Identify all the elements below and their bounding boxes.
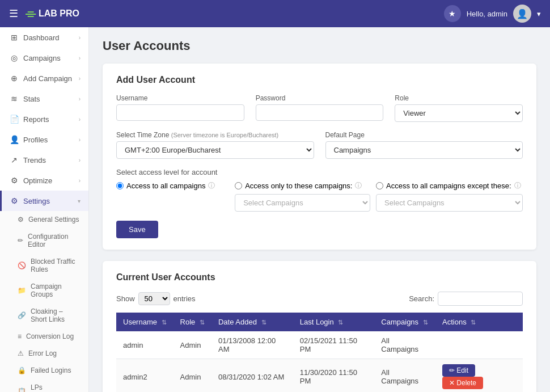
username-input[interactable] — [116, 104, 244, 121]
search-group: Search: — [409, 292, 523, 306]
access-radio-all[interactable] — [116, 182, 124, 189]
sidebar-sub-conversion-log[interactable]: ≡ Conversion Log — [0, 328, 88, 345]
sidebar-sub-failed-logins[interactable]: 🔒 Failed Logins — [0, 362, 88, 379]
col-role[interactable]: Role ⇅ — [174, 313, 211, 331]
access-radio-except[interactable] — [376, 182, 383, 189]
sidebar-sub-label-error-log: Error Log — [28, 349, 57, 357]
cell-username: admin — [116, 331, 174, 359]
search-label: Search: — [409, 294, 434, 303]
sidebar-label-profiles: Profiles — [23, 136, 48, 144]
page-title: User Accounts — [103, 39, 536, 53]
sidebar-item-trends[interactable]: ↗ Trends › — [0, 150, 88, 170]
sidebar-sub-general-settings[interactable]: ⚙ General Settings — [0, 211, 88, 228]
search-input[interactable] — [438, 292, 523, 306]
access-section: Select access level for account Access t… — [116, 168, 523, 212]
error-log-icon: ⚠ — [18, 349, 24, 357]
timezone-group: Select Time Zone (Server timezone is Eur… — [116, 131, 314, 159]
sidebar-sub-error-log[interactable]: ⚠ Error Log — [0, 345, 88, 362]
sidebar-item-optimize[interactable]: ⚙ Optimize › — [0, 170, 88, 191]
cell-campaigns: All Campaigns — [374, 359, 435, 393]
add-user-card-title: Add User Account — [116, 75, 523, 85]
sidebar-label-stats: Stats — [23, 95, 40, 103]
general-settings-icon: ⚙ — [18, 216, 24, 224]
sidebar-item-add-campaign[interactable]: ⊕ Add Campaign › — [0, 68, 88, 88]
timezone-sublabel: (Server timezone is Europe/Bucharest) — [171, 132, 279, 138]
info-icon-all[interactable]: ⓘ — [208, 181, 215, 191]
avatar[interactable]: 👤 — [513, 5, 531, 23]
role-select[interactable]: Viewer Editor Admin — [395, 104, 523, 122]
col-last-login[interactable]: Last Login ⇅ — [293, 313, 375, 331]
hamburger-icon[interactable]: ☰ — [9, 7, 18, 20]
show-entries: Show 50 25 100 entries — [116, 292, 196, 305]
save-button[interactable]: Save — [116, 221, 158, 238]
sidebar-sub-lps-management[interactable]: 📋 LPs Management — [0, 379, 88, 392]
access-except-campaigns-select[interactable]: Select Campaigns — [376, 194, 523, 212]
chevron-icon: › — [79, 35, 81, 41]
access-option-except: Access to all campaigns except these: ⓘ … — [376, 181, 523, 212]
sidebar-item-reports[interactable]: 📄 Reports › — [0, 109, 88, 129]
lps-management-icon: 📋 — [18, 387, 26, 392]
avatar-chevron-icon[interactable]: ▾ — [537, 10, 541, 18]
sidebar-item-profiles[interactable]: 👤 Profiles › — [0, 129, 88, 150]
logo-icon: ⌯ — [25, 7, 36, 20]
trends-icon: ↗ — [10, 155, 19, 165]
access-option-only-top: Access only to these campaigns: ⓘ — [235, 181, 370, 191]
sort-icon-role: ⇅ — [200, 319, 205, 326]
access-option-all: Access to all campaigns ⓘ — [116, 181, 229, 191]
info-icon-except[interactable]: ⓘ — [514, 181, 521, 191]
cell-actions — [435, 331, 523, 359]
sidebar-sub-blocked-traffic[interactable]: 🚫 Blocked Traffic Rules — [0, 253, 88, 278]
sidebar-sub-campaign-groups[interactable]: 📁 Campaign Groups — [0, 278, 88, 303]
notifications-button[interactable]: ★ — [444, 5, 461, 22]
edit-button[interactable]: ✏ Edit — [442, 364, 475, 377]
delete-button[interactable]: ✕ Delete — [442, 377, 483, 389]
stats-icon: ≋ — [10, 94, 19, 103]
info-icon-only[interactable]: ⓘ — [355, 181, 362, 191]
sidebar-item-campaigns[interactable]: ◎ Campaigns › — [0, 48, 88, 68]
sidebar-label-optimize: Optimize — [23, 176, 52, 185]
cell-actions: ✏ Edit ✕ Delete — [435, 359, 523, 393]
table-row: admin Admin 01/13/2008 12:00 AM 02/15/20… — [116, 331, 523, 359]
reports-icon: 📄 — [10, 115, 19, 124]
main-content: User Accounts Add User Account Username … — [89, 27, 550, 392]
sidebar-sub-menu: ⚙ General Settings ✏ Configuration Edito… — [0, 211, 88, 392]
sidebar-sub-label-conversion-log: Conversion Log — [26, 332, 74, 340]
sidebar-item-dashboard[interactable]: ⊞ Dashboard › — [0, 27, 88, 48]
sidebar-sub-cloaking[interactable]: 🔗 Cloaking – Short Links — [0, 303, 88, 328]
chevron-icon: › — [79, 178, 81, 184]
col-campaigns[interactable]: Campaigns ⇅ — [374, 313, 435, 331]
chevron-icon: › — [79, 96, 81, 102]
timezone-row: Select Time Zone (Server timezone is Eur… — [116, 131, 523, 159]
cell-campaigns: All Campaigns — [374, 331, 435, 359]
timezone-select[interactable]: GMT+2:00 Europe/Bucharest — [116, 141, 314, 159]
chevron-icon: › — [79, 137, 81, 143]
entries-select[interactable]: 50 25 100 — [138, 292, 170, 305]
users-table: Username ⇅ Role ⇅ Date Added ⇅ Last Lo — [116, 313, 523, 392]
password-input[interactable] — [256, 104, 384, 121]
access-label-only: Access only to these campaigns: — [245, 182, 352, 190]
cell-date-added: 08/31/2020 1:02 AM — [211, 359, 293, 393]
sidebar-item-stats[interactable]: ≋ Stats › — [0, 88, 88, 109]
chevron-icon: › — [79, 157, 81, 163]
add-campaign-icon: ⊕ — [10, 74, 19, 83]
access-option-only: Access only to these campaigns: ⓘ Select… — [235, 181, 370, 212]
show-label: Show — [116, 294, 135, 303]
sidebar-label-reports: Reports — [23, 115, 49, 124]
default-page-group: Default Page Campaigns Dashboard Stats — [325, 131, 523, 159]
sort-icon-username: ⇅ — [162, 319, 167, 326]
default-page-label: Default Page — [325, 131, 523, 139]
access-radio-only[interactable] — [235, 182, 242, 189]
sort-icon-last-login: ⇅ — [338, 319, 343, 326]
sidebar-item-settings[interactable]: ⚙ Settings ▾ — [0, 191, 88, 211]
password-label: Password — [256, 94, 384, 102]
col-date-added[interactable]: Date Added ⇅ — [211, 313, 293, 331]
col-username[interactable]: Username ⇅ — [116, 313, 174, 331]
cell-role: Admin — [174, 331, 211, 359]
access-only-campaigns-select[interactable]: Select Campaigns — [235, 194, 370, 212]
sidebar-sub-label-failed-logins: Failed Logins — [31, 366, 71, 374]
sidebar-sub-configuration-editor[interactable]: ✏ Configuration Editor — [0, 228, 88, 253]
sidebar-sub-label-cloaking: Cloaking – Short Links — [31, 307, 81, 323]
access-label-except: Access to all campaigns except these: — [386, 182, 511, 190]
cloaking-icon: 🔗 — [18, 311, 26, 319]
default-page-select[interactable]: Campaigns Dashboard Stats — [325, 141, 523, 159]
